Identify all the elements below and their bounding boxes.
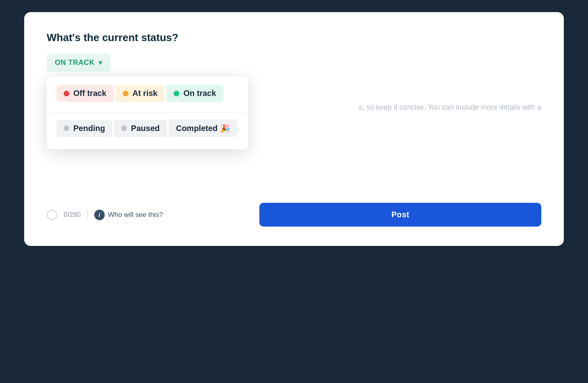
question-title: What's the current status? [47, 31, 541, 44]
dropdown-section-status: Off track At risk On track [47, 77, 248, 113]
paused-dot [121, 125, 127, 131]
on-track-label: On track [183, 89, 216, 98]
at-risk-label: At risk [133, 89, 157, 98]
paused-label: Paused [131, 124, 159, 133]
status-dropdown-menu: Off track At risk On track Pending Pause… [47, 77, 248, 149]
who-will-see-label: Who will see this? [108, 211, 163, 219]
char-count-text: 0/280 [64, 211, 81, 219]
status-dropdown-button[interactable]: ON TRACK ▾ [47, 54, 110, 72]
at-risk-dot [123, 91, 128, 96]
who-will-see-button[interactable]: i Who will see this? [94, 210, 163, 220]
bottom-right-controls: Post [259, 203, 541, 227]
status-current-label: ON TRACK [55, 58, 95, 67]
on-track-dot [174, 91, 179, 96]
option-pending[interactable]: Pending [56, 120, 112, 137]
option-completed[interactable]: Completed 🎉 [169, 119, 237, 137]
off-track-label: Off track [73, 89, 106, 98]
info-icon: i [94, 210, 105, 220]
chevron-down-icon: ▾ [99, 59, 102, 67]
char-count-circle [47, 210, 57, 220]
option-paused[interactable]: Paused [114, 120, 167, 137]
main-card: What's the current status? ON TRACK ▾ Of… [24, 12, 564, 246]
pending-label: Pending [73, 124, 105, 133]
bottom-bar: 0/280 i Who will see this? Post [47, 203, 541, 227]
completed-label: Completed 🎉 [176, 123, 230, 133]
hint-text: s, so keep it concise. You can include m… [359, 103, 541, 112]
pending-dot [64, 125, 69, 131]
divider [87, 209, 88, 221]
post-button[interactable]: Post [259, 203, 541, 227]
option-off-track[interactable]: Off track [56, 85, 114, 102]
dropdown-section-neutral: Pending Paused Completed 🎉 [47, 113, 248, 149]
option-at-risk[interactable]: At risk [116, 85, 165, 102]
bottom-left-controls: 0/280 i Who will see this? [47, 209, 163, 221]
option-on-track[interactable]: On track [166, 85, 223, 102]
off-track-dot [64, 91, 69, 96]
